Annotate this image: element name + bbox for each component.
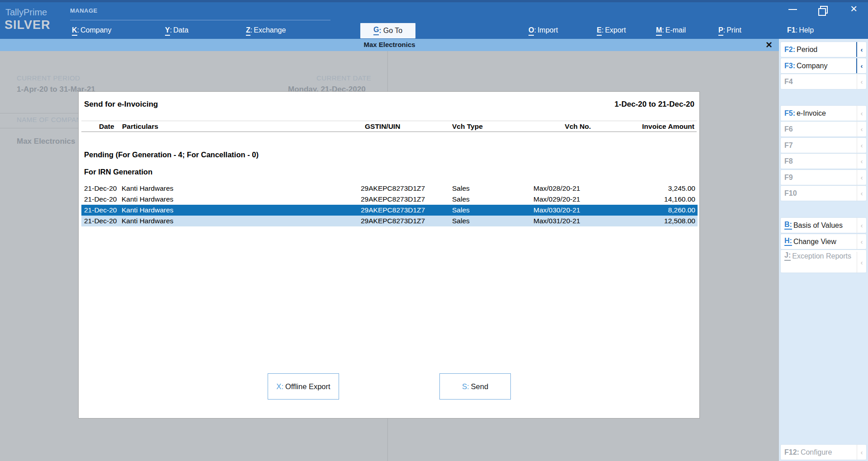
hotkey: F9 (784, 174, 793, 182)
colon: : (662, 26, 664, 34)
hotkey: H: (784, 237, 792, 246)
sidebar-button-b[interactable]: B:Basis of Values‹ (781, 218, 866, 233)
sidebar-button-label: Exception Reports (792, 252, 857, 260)
cell-gstin: 29AKEPC8273D1Z7 (361, 205, 425, 216)
divider (70, 20, 330, 20)
cell-vtype: Sales (452, 216, 470, 226)
send-button[interactable]: S:Send (439, 373, 511, 400)
cell-vtype: Sales (452, 183, 470, 194)
sidebar-button-f2[interactable]: F2:Period‹ (781, 42, 866, 57)
menu-item-label: Data (173, 26, 189, 34)
sidebar-button-label: e-Invoice (797, 109, 857, 118)
menu-item-export[interactable]: E:Export (597, 26, 626, 36)
hotkey: X (276, 382, 281, 391)
menu-item-go-to[interactable]: G:Go To (360, 23, 415, 38)
chevron-left-icon: ‹ (857, 186, 866, 201)
chevron-left-icon: ‹ (857, 74, 866, 89)
cell-vtype: Sales (452, 205, 470, 216)
cell-date: 21-Dec-20 (84, 183, 117, 194)
pending-section-heading: Pending (For Generation - 4; For Cancell… (84, 151, 259, 159)
table-row[interactable]: 21-Dec-20Kanti Hardwares29AKEPC8273D1Z7S… (81, 216, 698, 226)
column-header-date: Date (99, 122, 114, 132)
sidebar-button-j: J:Exception Reports‹ (781, 250, 866, 273)
sidebar-button-f3[interactable]: F3:Company‹ (781, 58, 866, 73)
current-period-label: CURRENT PERIOD (17, 74, 80, 82)
sidebar-button-f5[interactable]: F5:e-Invoice‹ (781, 106, 866, 121)
close-report-icon[interactable]: × (766, 38, 772, 51)
hotkey: B: (784, 221, 792, 230)
function-key-sidebar: F2:Period‹F3:Company‹F4‹F5:e-Invoice‹F6‹… (779, 39, 868, 461)
menu-item-data[interactable]: Y:Data (165, 26, 189, 36)
hotkey: Y (165, 27, 170, 36)
close-icon[interactable]: × (850, 2, 857, 16)
chevron-left-icon: ‹ (856, 58, 866, 73)
minimize-icon[interactable] (788, 9, 797, 10)
menu-item-print[interactable]: P:Print (718, 26, 741, 36)
chevron-left-icon: ‹ (857, 252, 866, 273)
brand-edition: SILVER (5, 18, 51, 32)
restore-icon[interactable] (820, 6, 828, 14)
menu-item-label: Go To (383, 27, 402, 35)
hotkey: Z (246, 27, 250, 36)
cell-gstin: 29AKEPC8273D1Z7 (361, 216, 425, 226)
column-header-vch-no: Vch No. (565, 122, 591, 132)
menu-item-label: Company (80, 26, 111, 34)
window-top-edge (0, 0, 868, 2)
section-label: MANAGE (70, 7, 98, 14)
cell-amt: 12,508.00 (664, 216, 695, 226)
active-company-name: Max Electronics (0, 41, 779, 48)
sidebar-button-h[interactable]: H:Change View‹ (781, 234, 866, 249)
colon: : (467, 382, 469, 391)
sidebar-button-label: Basis of Values (793, 221, 857, 230)
colon: : (796, 26, 797, 34)
sidebar-button-f12: F12:Configure‹ (781, 445, 866, 460)
sidebar-button-f6: F6‹ (781, 122, 866, 136)
colon: : (250, 26, 252, 34)
button-label: Send (471, 382, 489, 391)
menu-item-label: Help (799, 26, 814, 34)
table-row[interactable]: 21-Dec-20Kanti Hardwares29AKEPC8273D1Z7S… (81, 194, 698, 205)
cell-part: Kanti Hardwares (122, 194, 174, 205)
cell-vno: Max/028/20-21 (533, 183, 580, 194)
hotkey: F12: (784, 448, 799, 456)
sidebar-button-f4: F4‹ (781, 74, 866, 89)
menu-item-help[interactable]: F1:Help (787, 26, 814, 34)
hotkey: F8 (784, 157, 793, 165)
table-row[interactable]: 21-Dec-20Kanti Hardwares29AKEPC8273D1Z7S… (81, 183, 698, 194)
button-label: Offline Export (285, 382, 330, 391)
report-period: 1-Dec-20 to 21-Dec-20 (614, 100, 694, 109)
column-header-invoice-amount: Invoice Amount (642, 122, 694, 132)
hotkey: O (528, 27, 534, 36)
chevron-left-icon: ‹ (857, 154, 866, 169)
column-header-particulars: Particulars (122, 122, 158, 132)
menu-item-label: E-mail (665, 26, 686, 34)
table-row[interactable]: 21-Dec-20Kanti Hardwares29AKEPC8273D1Z7S… (81, 205, 698, 216)
menu-item-company[interactable]: K:Company (72, 26, 112, 36)
menu-item-label: Export (605, 26, 626, 34)
divider (81, 132, 697, 132)
cell-date: 21-Dec-20 (84, 205, 117, 216)
menu-item-label: Import (538, 26, 558, 34)
hotkey: F4 (784, 78, 793, 86)
column-header-gstin: GSTIN/UIN (365, 122, 400, 132)
dialog-title: Send for e-Invoicing (84, 100, 158, 109)
chevron-left-icon: ‹ (856, 42, 866, 57)
offline-export-button[interactable]: X:Offline Export (268, 373, 339, 400)
menu-item-import[interactable]: O:Import (528, 26, 558, 36)
menu-item-label: Exchange (254, 26, 286, 34)
hotkey: E (597, 27, 602, 36)
cell-date: 21-Dec-20 (84, 216, 117, 226)
name-of-company-label: NAME OF COMPANY (17, 116, 86, 123)
menu-item-exchange[interactable]: Z:Exchange (246, 26, 286, 36)
cell-vno: Max/031/20-21 (533, 216, 580, 226)
colon: : (170, 26, 172, 34)
irn-generation-heading: For IRN Generation (84, 168, 152, 176)
title-bar: TallyPrime SILVER MANAGE × K:CompanyY:Da… (0, 0, 868, 39)
brand-name: TallyPrime (5, 7, 47, 18)
hotkey: G (373, 26, 379, 35)
hotkey: F10 (784, 189, 797, 198)
sidebar-button-f9: F9‹ (781, 170, 866, 185)
hotkey: F6 (784, 125, 793, 133)
cell-amt: 8,260.00 (668, 205, 695, 216)
menu-item-e-mail[interactable]: M:E-mail (656, 26, 686, 36)
